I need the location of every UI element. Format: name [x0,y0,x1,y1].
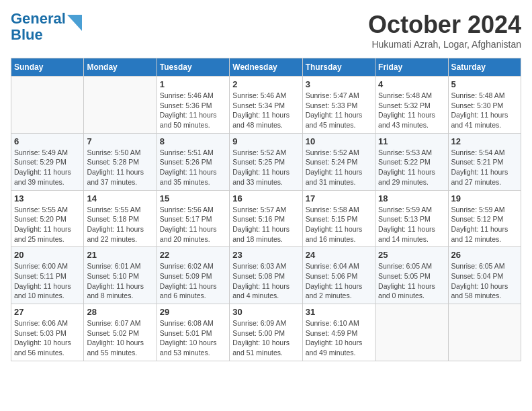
day-number: 6 [14,136,81,146]
day-info: Sunrise: 6:00 AM Sunset: 5:11 PM Dayligh… [14,261,81,301]
calendar-week-row: 13Sunrise: 5:55 AM Sunset: 5:20 PM Dayli… [11,190,521,247]
calendar-cell [448,304,521,361]
day-info: Sunrise: 5:59 AM Sunset: 5:13 PM Dayligh… [378,205,445,244]
logo-arrow-icon [67,12,82,31]
weekday-header-row: SundayMondayTuesdayWednesdayThursdayFrid… [11,58,521,77]
day-number: 31 [306,307,372,317]
calendar-cell: 22Sunrise: 6:02 AM Sunset: 5:09 PM Dayli… [157,247,229,304]
day-number: 30 [232,307,299,317]
calendar-week-row: 6Sunrise: 5:49 AM Sunset: 5:29 PM Daylig… [11,133,521,190]
day-number: 2 [232,79,299,89]
day-info: Sunrise: 6:06 AM Sunset: 5:03 PM Dayligh… [14,318,81,358]
calendar-cell: 28Sunrise: 6:07 AM Sunset: 5:02 PM Dayli… [84,304,157,361]
day-info: Sunrise: 6:03 AM Sunset: 5:08 PM Dayligh… [232,261,299,301]
day-info: Sunrise: 5:58 AM Sunset: 5:15 PM Dayligh… [306,205,372,244]
day-info: Sunrise: 5:54 AM Sunset: 5:21 PM Dayligh… [451,148,518,187]
day-number: 28 [87,307,153,317]
weekday-header-wednesday: Wednesday [230,58,302,77]
title-block: October 2024 Hukumati Azrah, Logar, Afgh… [368,11,521,50]
day-number: 5 [451,79,518,89]
day-info: Sunrise: 5:48 AM Sunset: 5:32 PM Dayligh… [378,91,445,130]
day-number: 3 [306,79,372,89]
weekday-header-monday: Monday [84,58,157,77]
calendar-cell: 20Sunrise: 6:00 AM Sunset: 5:11 PM Dayli… [11,247,84,304]
day-number: 22 [160,250,226,260]
weekday-header-sunday: Sunday [11,58,84,77]
calendar-week-row: 1Sunrise: 5:46 AM Sunset: 5:36 PM Daylig… [11,77,521,134]
weekday-header-friday: Friday [375,58,448,77]
day-info: Sunrise: 5:56 AM Sunset: 5:17 PM Dayligh… [160,205,226,244]
day-number: 17 [306,193,372,203]
day-info: Sunrise: 5:55 AM Sunset: 5:18 PM Dayligh… [87,205,153,244]
calendar-cell [84,77,157,134]
day-info: Sunrise: 6:01 AM Sunset: 5:10 PM Dayligh… [87,261,153,301]
calendar-week-row: 27Sunrise: 6:06 AM Sunset: 5:03 PM Dayli… [11,304,521,361]
day-number: 4 [378,79,445,89]
day-info: Sunrise: 6:02 AM Sunset: 5:09 PM Dayligh… [160,261,226,301]
day-info: Sunrise: 5:52 AM Sunset: 5:25 PM Dayligh… [232,148,299,187]
weekday-header-saturday: Saturday [448,58,521,77]
day-info: Sunrise: 5:53 AM Sunset: 5:22 PM Dayligh… [378,148,445,187]
day-info: Sunrise: 5:57 AM Sunset: 5:16 PM Dayligh… [232,205,299,244]
day-number: 29 [160,307,226,317]
calendar-week-row: 20Sunrise: 6:00 AM Sunset: 5:11 PM Dayli… [11,247,521,304]
weekday-header-thursday: Thursday [302,58,375,77]
day-number: 14 [87,193,153,203]
calendar-cell: 1Sunrise: 5:46 AM Sunset: 5:36 PM Daylig… [157,77,229,134]
calendar-cell: 31Sunrise: 6:10 AM Sunset: 4:59 PM Dayli… [302,304,375,361]
calendar-cell: 11Sunrise: 5:53 AM Sunset: 5:22 PM Dayli… [375,133,448,190]
calendar-cell: 14Sunrise: 5:55 AM Sunset: 5:18 PM Dayli… [84,190,157,247]
calendar-cell: 30Sunrise: 6:09 AM Sunset: 5:00 PM Dayli… [230,304,302,361]
calendar-cell [11,77,84,134]
day-info: Sunrise: 5:47 AM Sunset: 5:33 PM Dayligh… [306,91,372,130]
calendar-cell [375,304,448,361]
day-info: Sunrise: 6:09 AM Sunset: 5:00 PM Dayligh… [232,318,299,358]
day-number: 12 [451,136,518,146]
calendar-cell: 2Sunrise: 5:46 AM Sunset: 5:34 PM Daylig… [230,77,302,134]
calendar-cell: 6Sunrise: 5:49 AM Sunset: 5:29 PM Daylig… [11,133,84,190]
day-number: 11 [378,136,445,146]
day-info: Sunrise: 5:55 AM Sunset: 5:20 PM Dayligh… [14,205,81,244]
calendar-cell: 7Sunrise: 5:50 AM Sunset: 5:28 PM Daylig… [84,133,157,190]
day-number: 27 [14,307,81,317]
calendar-cell: 5Sunrise: 5:48 AM Sunset: 5:30 PM Daylig… [448,77,521,134]
calendar-cell: 10Sunrise: 5:52 AM Sunset: 5:24 PM Dayli… [302,133,375,190]
calendar-cell: 12Sunrise: 5:54 AM Sunset: 5:21 PM Dayli… [448,133,521,190]
weekday-header-tuesday: Tuesday [157,58,229,77]
day-number: 7 [87,136,153,146]
day-info: Sunrise: 6:04 AM Sunset: 5:06 PM Dayligh… [306,261,372,301]
calendar-cell: 18Sunrise: 5:59 AM Sunset: 5:13 PM Dayli… [375,190,448,247]
day-info: Sunrise: 5:46 AM Sunset: 5:36 PM Dayligh… [160,91,226,130]
calendar-cell: 13Sunrise: 5:55 AM Sunset: 5:20 PM Dayli… [11,190,84,247]
calendar-cell: 24Sunrise: 6:04 AM Sunset: 5:06 PM Dayli… [302,247,375,304]
day-info: Sunrise: 5:49 AM Sunset: 5:29 PM Dayligh… [14,148,81,187]
calendar-cell: 4Sunrise: 5:48 AM Sunset: 5:32 PM Daylig… [375,77,448,134]
day-info: Sunrise: 5:48 AM Sunset: 5:30 PM Dayligh… [451,91,518,130]
day-info: Sunrise: 5:50 AM Sunset: 5:28 PM Dayligh… [87,148,153,187]
day-number: 8 [160,136,226,146]
day-info: Sunrise: 6:05 AM Sunset: 5:04 PM Dayligh… [451,261,518,301]
calendar-cell: 29Sunrise: 6:08 AM Sunset: 5:01 PM Dayli… [157,304,229,361]
calendar-cell: 3Sunrise: 5:47 AM Sunset: 5:33 PM Daylig… [302,77,375,134]
svg-marker-0 [67,15,82,31]
day-number: 16 [232,193,299,203]
day-number: 9 [232,136,299,146]
calendar-cell: 25Sunrise: 6:05 AM Sunset: 5:05 PM Dayli… [375,247,448,304]
calendar-cell: 19Sunrise: 5:59 AM Sunset: 5:12 PM Dayli… [448,190,521,247]
day-number: 19 [451,193,518,203]
calendar-cell: 8Sunrise: 5:51 AM Sunset: 5:26 PM Daylig… [157,133,229,190]
day-info: Sunrise: 6:07 AM Sunset: 5:02 PM Dayligh… [87,318,153,358]
day-number: 15 [160,193,226,203]
day-info: Sunrise: 5:59 AM Sunset: 5:12 PM Dayligh… [451,205,518,244]
day-number: 10 [306,136,372,146]
day-number: 21 [87,250,153,260]
day-number: 23 [232,250,299,260]
day-number: 1 [160,79,226,89]
day-info: Sunrise: 5:51 AM Sunset: 5:26 PM Dayligh… [160,148,226,187]
month-title: October 2024 [368,11,521,39]
calendar-cell: 26Sunrise: 6:05 AM Sunset: 5:04 PM Dayli… [448,247,521,304]
day-info: Sunrise: 5:52 AM Sunset: 5:24 PM Dayligh… [306,148,372,187]
day-info: Sunrise: 6:05 AM Sunset: 5:05 PM Dayligh… [378,261,445,301]
day-number: 18 [378,193,445,203]
calendar-cell: 27Sunrise: 6:06 AM Sunset: 5:03 PM Dayli… [11,304,84,361]
